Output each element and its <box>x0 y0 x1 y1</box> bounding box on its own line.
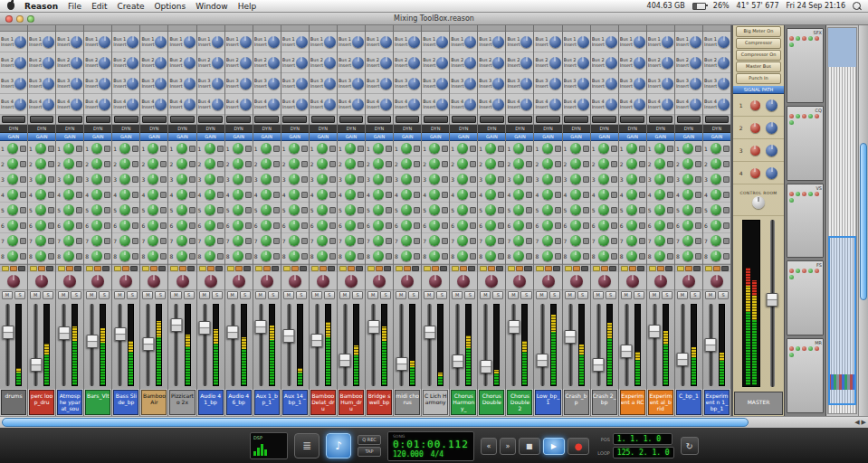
fx-send-knob[interactable] <box>711 220 721 231</box>
solo-button[interactable]: S <box>690 291 701 299</box>
rack-module[interactable]: MR <box>787 338 824 413</box>
fx-send-enable-button[interactable] <box>245 192 252 198</box>
fx-return-level-knob[interactable] <box>750 168 760 178</box>
fx-send-enable-button[interactable] <box>20 146 26 152</box>
mute-button[interactable]: M <box>621 291 632 299</box>
insert-edit-button[interactable] <box>592 116 616 123</box>
bus-send-knob[interactable] <box>492 99 504 110</box>
scroll-right-arrow[interactable]: ▶ <box>862 419 866 426</box>
fader-cap[interactable] <box>2 326 14 339</box>
insert-edit-button[interactable] <box>311 116 336 123</box>
fx-return-level-knob[interactable] <box>750 123 760 133</box>
fx-send-enable-button[interactable] <box>132 222 138 229</box>
fader-cap[interactable] <box>199 321 211 335</box>
fx-send-enable-button[interactable] <box>48 192 54 198</box>
fx-send-knob[interactable] <box>542 143 553 154</box>
fx-send-enable-button[interactable] <box>526 161 532 167</box>
signal-path-bar[interactable]: GAIN <box>675 133 702 141</box>
fx-send-knob[interactable] <box>654 143 665 154</box>
insert-edit-button[interactable] <box>677 116 701 123</box>
fx-send-knob[interactable] <box>261 174 272 184</box>
dynamics-bar[interactable]: DYN <box>591 125 618 133</box>
bus-send-knob[interactable] <box>577 78 589 90</box>
fx-send-knob[interactable] <box>289 204 300 215</box>
fx-send-enable-button[interactable] <box>20 238 26 244</box>
fx-send-knob[interactable] <box>91 143 102 154</box>
fx-send-knob[interactable] <box>513 174 524 184</box>
fx-send-knob[interactable] <box>261 189 272 200</box>
fader-track[interactable] <box>146 304 150 386</box>
channel-name[interactable]: Audio 46_bp <box>226 390 252 415</box>
fx-send-knob[interactable] <box>682 189 693 200</box>
signal-path-bar[interactable]: GAIN <box>534 133 561 141</box>
fx-send-enable-button[interactable] <box>414 192 420 198</box>
fader-track[interactable] <box>625 304 629 386</box>
signal-path-bar[interactable]: GAIN <box>84 133 111 141</box>
bus-send-knob[interactable] <box>690 57 701 69</box>
fx-send-knob[interactable] <box>598 250 609 261</box>
signal-path-bar[interactable]: GAIN <box>619 133 646 141</box>
bus-send-knob[interactable] <box>634 57 645 69</box>
bus-send-knob[interactable] <box>520 36 532 48</box>
fx-send-enable-button[interactable] <box>20 161 26 167</box>
fx-send-knob[interactable] <box>570 189 581 200</box>
fx-send-enable-button[interactable] <box>386 192 392 198</box>
pan-knob[interactable] <box>289 275 301 288</box>
loop-value[interactable]: 125. 2. 1. 0 <box>613 447 674 458</box>
fx-send-knob[interactable] <box>63 189 74 200</box>
fx-send-enable-button[interactable] <box>470 253 476 260</box>
channel-name[interactable]: Bamboo Delat_dru <box>310 390 336 415</box>
solo-button[interactable]: S <box>464 291 475 299</box>
fx-send-enable-button[interactable] <box>301 222 308 229</box>
pan-knob[interactable] <box>176 275 189 288</box>
solo-button[interactable]: S <box>492 291 503 299</box>
bus-send-knob[interactable] <box>155 57 167 69</box>
fx-send-enable-button[interactable] <box>442 176 448 183</box>
fx-send-enable-button[interactable] <box>273 146 280 152</box>
fx-send-knob[interactable] <box>317 174 328 184</box>
mute-button[interactable]: M <box>705 291 716 299</box>
fx-send-knob[interactable] <box>654 189 665 200</box>
fx-send-knob[interactable] <box>317 220 328 231</box>
fader-track[interactable] <box>343 304 348 386</box>
fx-send-enable-button[interactable] <box>245 207 252 213</box>
fx-send-knob[interactable] <box>626 220 637 231</box>
fader-cap[interactable] <box>621 345 633 358</box>
fx-send-knob[interactable] <box>176 250 187 261</box>
pan-knob[interactable] <box>429 275 442 288</box>
fx-send-enable-button[interactable] <box>132 176 138 183</box>
fx-send-knob[interactable] <box>7 143 18 154</box>
fx-send-enable-button[interactable] <box>526 238 532 244</box>
fx-send-enable-button[interactable] <box>414 207 420 213</box>
pan-knob[interactable] <box>63 275 76 288</box>
fx-send-enable-button[interactable] <box>470 222 476 229</box>
fx-send-enable-button[interactable] <box>386 146 392 152</box>
dynamics-bar[interactable]: DYN <box>506 125 533 133</box>
fx-send-enable-button[interactable] <box>442 238 448 244</box>
bus-send-knob[interactable] <box>606 78 617 90</box>
fx-send-enable-button[interactable] <box>695 207 701 213</box>
fx-send-enable-button[interactable] <box>273 192 280 198</box>
fx-send-knob[interactable] <box>711 174 721 184</box>
fx-send-enable-button[interactable] <box>48 222 54 229</box>
channel-name[interactable]: Aux 1_bp_1 <box>254 390 280 415</box>
fx-send-knob[interactable] <box>7 174 18 184</box>
master-bus-button[interactable]: Master Bus <box>736 61 781 72</box>
bus-send-knob[interactable] <box>577 99 589 110</box>
menu-edit[interactable]: Edit <box>91 2 107 11</box>
fx-send-knob[interactable] <box>119 204 130 215</box>
fx-send-enable-button[interactable] <box>667 238 673 244</box>
insert-edit-button[interactable] <box>480 116 504 123</box>
fader-cap[interactable] <box>705 338 717 352</box>
fx-send-enable-button[interactable] <box>695 238 701 244</box>
fx-send-enable-button[interactable] <box>498 192 504 198</box>
signal-path-bar[interactable]: GAIN <box>703 133 730 141</box>
fx-send-knob[interactable] <box>233 158 243 169</box>
fader-track[interactable] <box>681 304 685 386</box>
fx-send-knob[interactable] <box>485 174 496 184</box>
clock-text[interactable]: Fri 24 Sep 21:16 <box>787 2 845 10</box>
fx-send-enable-button[interactable] <box>667 176 673 183</box>
fx-send-enable-button[interactable] <box>76 207 82 213</box>
fader-track[interactable] <box>540 304 545 386</box>
fx-return-level-knob[interactable] <box>750 146 760 156</box>
